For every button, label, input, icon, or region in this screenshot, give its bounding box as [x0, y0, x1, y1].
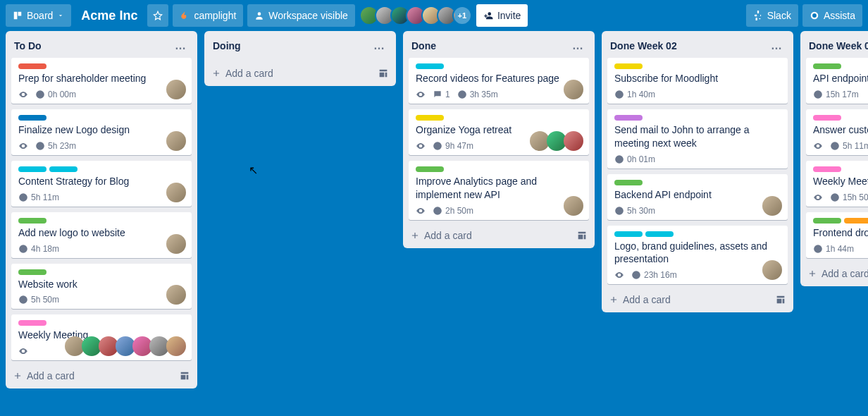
card-label[interactable]: [844, 218, 868, 224]
template-icon[interactable]: [378, 68, 389, 79]
star-button[interactable]: [147, 4, 168, 27]
list-header[interactable]: Done Week 01…: [800, 31, 868, 58]
avatar[interactable]: [166, 336, 186, 356]
card-label[interactable]: [416, 115, 444, 121]
template-icon[interactable]: [775, 294, 786, 305]
avatar[interactable]: [166, 131, 186, 151]
avatar-extra-count[interactable]: +1: [452, 6, 472, 25]
card-members: [765, 260, 782, 280]
list-header[interactable]: To Do…: [6, 31, 197, 58]
card-labels: [18, 269, 185, 275]
card[interactable]: Add new logo to website4h 18m: [11, 212, 192, 258]
card-label[interactable]: [614, 231, 643, 237]
slack-button[interactable]: Slack: [746, 4, 798, 27]
time-value: 9h 47m: [445, 141, 473, 151]
card[interactable]: Weekly Meeting15h 50m: [806, 161, 868, 207]
avatar[interactable]: [166, 234, 186, 254]
assista-button[interactable]: Assista: [802, 4, 862, 27]
list-header[interactable]: Done Week 02…: [602, 31, 793, 58]
card-badges: 5h 11m: [18, 192, 185, 202]
card[interactable]: Answer customer5h 11m: [806, 109, 868, 155]
board-title[interactable]: Acme Inc: [75, 8, 143, 23]
card-label[interactable]: [645, 231, 674, 237]
card-label[interactable]: [49, 166, 78, 172]
card[interactable]: Record videos for Features page13h 35m: [409, 58, 589, 104]
card-label[interactable]: [614, 115, 643, 121]
card-label[interactable]: [18, 115, 46, 121]
avatar[interactable]: [762, 260, 782, 280]
card-label[interactable]: [813, 115, 841, 121]
workspace-button[interactable]: camplight: [173, 4, 243, 27]
card-label[interactable]: [18, 320, 46, 326]
card[interactable]: API endpoint tests15h 17m: [806, 58, 868, 104]
card-badges: 15h 17m: [813, 90, 868, 99]
card[interactable]: Logo, brand guidelines, assets and prese…: [607, 226, 788, 285]
list-menu-button[interactable]: …: [767, 38, 786, 54]
member-avatars[interactable]: +1: [359, 6, 472, 25]
card-labels: [18, 63, 185, 69]
card[interactable]: Backend API endpoint5h 30m: [607, 174, 788, 220]
add-card-button[interactable]: Add a card: [6, 365, 197, 389]
card[interactable]: Improve Analytics page and implement new…: [409, 161, 589, 220]
list-title: To Do: [14, 40, 42, 51]
card-label[interactable]: [18, 166, 46, 172]
add-card-button[interactable]: Add a card: [602, 288, 793, 312]
card-label[interactable]: [18, 269, 46, 275]
time-badge: 2h 50m: [433, 206, 473, 216]
list-header[interactable]: Doing…: [204, 31, 396, 58]
card-badges: 1h 40m: [614, 90, 781, 99]
card-label[interactable]: [416, 166, 444, 172]
avatar[interactable]: [762, 196, 782, 216]
card[interactable]: Subscribe for Moodlight1h 40m: [607, 58, 788, 104]
watch-badge: [813, 192, 823, 202]
list-header[interactable]: Done…: [403, 31, 595, 58]
list-menu-button[interactable]: …: [170, 38, 190, 54]
card-label[interactable]: [813, 166, 841, 172]
card-label[interactable]: [813, 218, 841, 224]
list-title: Doing: [213, 40, 241, 51]
add-card-button[interactable]: Add a card: [403, 224, 595, 248]
board-view-button[interactable]: Board: [6, 4, 71, 27]
add-card-button[interactable]: Add a card: [204, 62, 396, 86]
card[interactable]: Frontend dropdown1h 44m: [806, 212, 868, 258]
template-icon[interactable]: [179, 370, 190, 381]
list-cards: API endpoint tests15h 17mAnswer customer…: [800, 58, 868, 262]
card[interactable]: Website work5h 50m: [11, 264, 192, 310]
time-value: 4h 18m: [31, 244, 59, 254]
card[interactable]: Weekly Meeting: [11, 314, 192, 360]
time-value: 0h 00m: [48, 90, 76, 99]
list-menu-button[interactable]: …: [568, 38, 588, 54]
card-label[interactable]: [18, 218, 46, 224]
template-icon[interactable]: [576, 230, 588, 241]
list-menu-button[interactable]: …: [369, 38, 389, 54]
invite-button[interactable]: Invite: [476, 4, 528, 27]
card-badges: 5h 50m: [18, 295, 185, 305]
watch-badge: [416, 141, 426, 151]
time-badge: 0h 01m: [614, 154, 655, 164]
avatar[interactable]: [564, 80, 583, 99]
avatar[interactable]: [166, 285, 186, 305]
card-label[interactable]: [614, 63, 643, 69]
card-members: [169, 285, 186, 305]
card[interactable]: Prep for shareholder meeting0h 00m: [11, 58, 192, 104]
card-title: Subscribe for Moodlight: [614, 72, 781, 85]
card-label[interactable]: [18, 63, 46, 69]
card[interactable]: Finalize new Logo design5h 23m: [11, 109, 192, 155]
card-members: [566, 196, 583, 216]
card-label[interactable]: [416, 63, 444, 69]
card[interactable]: Send mail to John to arrange a meeting n…: [607, 109, 788, 169]
avatar[interactable]: [564, 131, 583, 151]
card-badges: 1h 44m: [813, 244, 868, 254]
card-label[interactable]: [813, 63, 841, 69]
card-labels: [614, 231, 781, 237]
card-badges: 4h 18m: [18, 244, 185, 254]
visibility-button[interactable]: Workspace visible: [247, 4, 355, 27]
card[interactable]: Content Strategy for Blog5h 11m: [11, 161, 192, 207]
avatar[interactable]: [166, 80, 186, 99]
avatar[interactable]: [564, 196, 583, 216]
card[interactable]: Organize Yoga retreat9h 47m: [409, 109, 589, 155]
card-label[interactable]: [614, 180, 643, 185]
add-card-button[interactable]: Add a card: [800, 262, 868, 286]
watch-badge: [18, 346, 28, 356]
avatar[interactable]: [166, 183, 186, 202]
